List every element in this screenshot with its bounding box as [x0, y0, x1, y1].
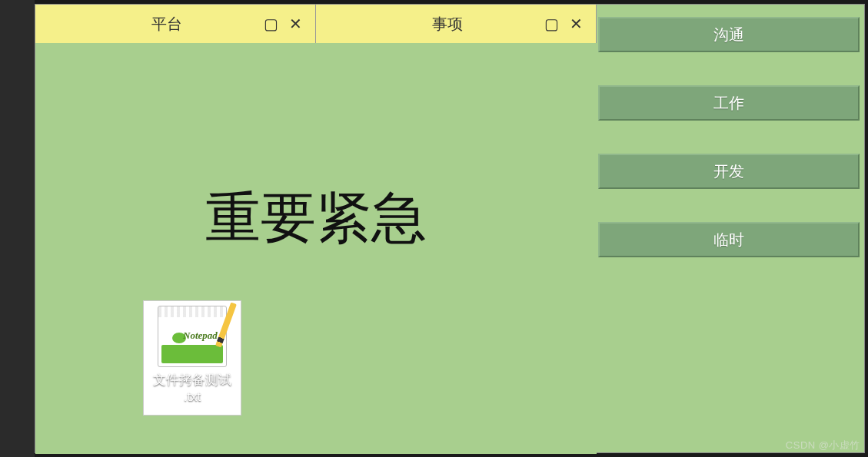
side-button-label: 工作 [713, 93, 744, 114]
tab-matters[interactable]: 事项 ▢ ✕ [316, 5, 597, 43]
side-button-temp[interactable]: 临时 [598, 222, 860, 257]
tab-platform[interactable]: 平台 ▢ ✕ [35, 5, 316, 43]
side-button-column: 沟通 工作 开发 临时 [598, 17, 860, 257]
side-button-label: 临时 [713, 230, 744, 250]
background-editor-strip [0, 0, 35, 457]
close-icon[interactable]: ✕ [284, 13, 306, 35]
file-item[interactable]: Notepad 文件拷备测试 .txt [143, 300, 241, 416]
side-button-label: 沟通 [713, 25, 744, 45]
side-button-work[interactable]: 工作 [598, 85, 860, 121]
side-button-communicate[interactable]: 沟通 [598, 17, 860, 52]
tab-title: 事项 [316, 14, 540, 35]
maximize-icon[interactable]: ▢ [540, 13, 562, 35]
notepad-file-icon: Notepad [158, 306, 227, 367]
tab-window-controls: ▢ ✕ [540, 13, 596, 35]
side-button-dev[interactable]: 开发 [598, 154, 860, 189]
quadrant-heading: 重要紧急 [205, 181, 427, 255]
maximize-icon[interactable]: ▢ [260, 13, 281, 35]
tab-window-controls: ▢ ✕ [260, 13, 315, 35]
close-icon[interactable]: ✕ [565, 13, 587, 35]
tab-title: 平台 [35, 14, 260, 35]
canvas-area[interactable]: 重要紧急 Notepad 文件拷备测试 .txt [35, 43, 597, 454]
side-button-label: 开发 [713, 161, 744, 182]
file-label: 文件拷备测试 .txt [153, 372, 231, 406]
watermark: CSDN @小虚竹 [786, 439, 860, 452]
icon-word: Notepad [183, 330, 218, 342]
app-window: 平台 ▢ ✕ 事项 ▢ ✕ 重要紧急 Notepad 文件拷备测试 .txt [35, 4, 865, 453]
